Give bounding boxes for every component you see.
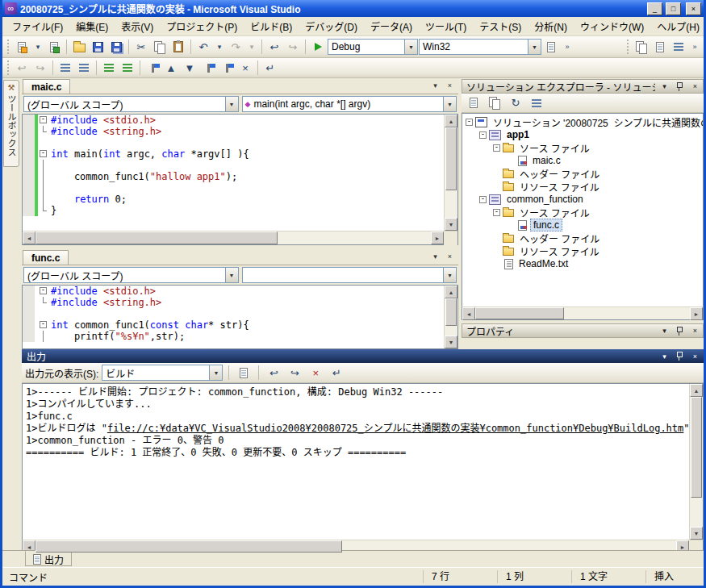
tree-item-3[interactable]: maic.c xyxy=(464,154,703,167)
se-refresh-icon[interactable]: ↻ xyxy=(507,94,524,112)
output-vertical-scrollbar[interactable]: ▲ ▼ xyxy=(689,384,703,540)
scroll-down-icon[interactable]: ▼ xyxy=(690,527,703,540)
output-close-icon[interactable]: × xyxy=(689,351,701,361)
tree-item-5[interactable]: リソース ファイル xyxy=(464,180,703,193)
properties-window-icon[interactable] xyxy=(651,38,669,56)
tree-item-1[interactable]: -app1 xyxy=(464,128,703,141)
save-icon[interactable] xyxy=(89,38,107,56)
scroll-down-icon[interactable]: ▼ xyxy=(445,218,457,231)
collapse-region-icon[interactable]: - xyxy=(40,116,47,123)
properties-close-icon[interactable]: × xyxy=(689,325,701,336)
next-bookmark-folder-icon[interactable] xyxy=(218,59,236,77)
undo-dropdown-icon[interactable]: ▾ xyxy=(213,39,226,55)
tree-item-label[interactable]: maic.c xyxy=(530,155,563,166)
func-window-menu-icon[interactable]: ▾ xyxy=(429,251,441,262)
output-menu-icon[interactable]: ▾ xyxy=(658,351,670,361)
navigate-back-icon[interactable]: ↩ xyxy=(265,38,283,56)
output-word-wrap-icon[interactable]: ↵ xyxy=(328,364,345,382)
toolbox-tab[interactable]: ⚒ ツールボックス xyxy=(3,80,19,167)
maic-vertical-scrollbar[interactable]: ▲ ▼ xyxy=(444,115,457,231)
previous-bookmark-folder-icon[interactable] xyxy=(199,59,217,77)
output-text[interactable]: 1>------ ビルド開始: プロジェクト: common_function,… xyxy=(23,384,689,540)
func-code-editor[interactable]: -#include <stdio.h>#include <string.h>-i… xyxy=(23,286,444,348)
menu-item-5[interactable]: デバッグ(D) xyxy=(299,17,364,35)
toolbar-grip[interactable] xyxy=(6,40,10,54)
scroll-right-icon[interactable]: ► xyxy=(690,307,703,320)
tree-item-label[interactable]: リソース ファイル xyxy=(517,180,602,193)
se-properties-icon[interactable] xyxy=(465,94,483,112)
output-source-arrow-icon[interactable]: ▼ xyxy=(209,365,222,380)
redo-dropdown-icon[interactable]: ▾ xyxy=(245,39,258,55)
solution-explorer-close-icon[interactable]: × xyxy=(689,81,701,92)
tree-item-7[interactable]: -ソース ファイル xyxy=(464,206,703,219)
maic-window-menu-icon[interactable]: ▾ xyxy=(429,80,441,91)
menu-item-3[interactable]: プロジェクト(P) xyxy=(160,17,244,35)
menu-item-9[interactable]: 分析(N) xyxy=(528,17,574,35)
maic-member-combo[interactable]: ◆ main(int argc, char *[] argv) ▼ xyxy=(242,96,457,112)
func-member-combo[interactable]: ▼ xyxy=(242,267,457,283)
tree-item-label[interactable]: リソース ファイル xyxy=(517,244,602,257)
func-vertical-scrollbar[interactable]: ▲ ▼ xyxy=(444,286,457,348)
copy-icon[interactable] xyxy=(151,38,169,56)
tree-expander-icon[interactable]: - xyxy=(479,196,487,203)
collapse-region-icon[interactable]: - xyxy=(40,321,47,328)
buildlog-link[interactable]: file://c:¥data¥VC_VisualStudio2008¥20080… xyxy=(107,423,683,434)
solution-explorer-icon[interactable] xyxy=(633,38,650,56)
tree-item-label[interactable]: ソリューション '20080725_シンプルに共通関数の実装' (2 プロジェク… xyxy=(491,115,703,128)
properties-menu-icon[interactable]: ▾ xyxy=(658,325,670,336)
se-show-all-files-icon[interactable] xyxy=(486,94,503,112)
maic-scope-combo[interactable]: (グローバル スコープ) ▼ xyxy=(23,96,239,112)
previous-message-icon[interactable]: ↩ xyxy=(265,364,282,382)
comment-selection-icon[interactable] xyxy=(100,59,118,77)
new-project-dropdown-icon[interactable]: ▾ xyxy=(31,39,44,55)
tree-item-4[interactable]: ヘッダー ファイル xyxy=(464,167,703,180)
tree-expander-icon[interactable]: - xyxy=(479,131,487,139)
output-pin-icon[interactable] xyxy=(674,351,686,361)
clear-all-icon[interactable]: × xyxy=(307,364,324,382)
tree-expander-icon[interactable]: - xyxy=(493,209,500,216)
decrease-indent-icon[interactable] xyxy=(56,59,74,77)
paste-icon[interactable] xyxy=(169,38,187,56)
toolbar-overflow-icon[interactable]: » xyxy=(561,39,574,55)
tree-item-label[interactable]: ヘッダー ファイル xyxy=(517,231,602,244)
menu-item-7[interactable]: ツール(T) xyxy=(419,17,473,35)
tree-item-label[interactable]: common_function xyxy=(504,194,586,205)
menu-item-2[interactable]: 表示(V) xyxy=(115,17,160,35)
menu-item-0[interactable]: ファイル(F) xyxy=(6,17,69,35)
navigate-forward-icon[interactable]: ↪ xyxy=(284,38,302,56)
scroll-left-icon[interactable]: ◄ xyxy=(23,231,36,244)
tree-item-label[interactable]: ソース ファイル xyxy=(517,141,592,154)
uncomment-selection-icon[interactable] xyxy=(119,59,136,77)
save-all-icon[interactable] xyxy=(107,38,125,56)
tree-item-label[interactable]: ReadMe.txt xyxy=(516,258,570,269)
output-vscroll-thumb[interactable] xyxy=(691,397,702,498)
maic-close-icon[interactable]: × xyxy=(444,80,456,91)
configuration-combo-arrow-icon[interactable]: ▼ xyxy=(404,40,417,54)
toolbar2-grip[interactable] xyxy=(626,40,630,54)
tree-item-0[interactable]: -ソリューション '20080725_シンプルに共通関数の実装' (2 プロジェ… xyxy=(464,115,703,128)
maximize-button[interactable]: □ xyxy=(666,2,681,15)
solution-tree[interactable]: -ソリューション '20080725_シンプルに共通関数の実装' (2 プロジェ… xyxy=(462,113,704,307)
editor-toolbar-grip[interactable] xyxy=(6,60,10,75)
tree-item-2[interactable]: -ソース ファイル xyxy=(464,141,703,154)
func-scope-arrow-icon[interactable]: ▼ xyxy=(225,268,238,282)
menu-item-1[interactable]: 編集(E) xyxy=(69,17,115,35)
func-member-arrow-icon[interactable]: ▼ xyxy=(443,268,456,282)
scroll-up-icon[interactable]: ▲ xyxy=(690,384,703,397)
output-source-combo[interactable]: ビルド ▼ xyxy=(102,365,223,381)
redo-icon[interactable]: ↷ xyxy=(227,38,244,56)
output-hscroll-thumb[interactable] xyxy=(36,540,342,553)
se-class-diagram-icon[interactable] xyxy=(528,94,545,112)
platform-combo[interactable]: Win32 ▼ xyxy=(419,39,541,55)
tree-expander-icon[interactable]: - xyxy=(493,144,500,152)
tree-item-label[interactable]: ソース ファイル xyxy=(517,206,592,219)
maic-horizontal-scrollbar[interactable]: ◄ ► xyxy=(23,231,457,244)
find-in-files-icon[interactable] xyxy=(542,38,560,56)
tree-item-label[interactable]: app1 xyxy=(504,129,532,140)
menu-item-8[interactable]: テスト(S) xyxy=(473,17,528,35)
previous-bookmark-icon[interactable]: ▲ xyxy=(162,59,180,77)
maic-vscroll-thumb[interactable] xyxy=(445,127,457,190)
display-object-member-back-icon[interactable]: ↩ xyxy=(13,59,31,77)
maic-scope-arrow-icon[interactable]: ▼ xyxy=(225,97,238,111)
menu-item-10[interactable]: ウィンドウ(W) xyxy=(574,17,650,35)
